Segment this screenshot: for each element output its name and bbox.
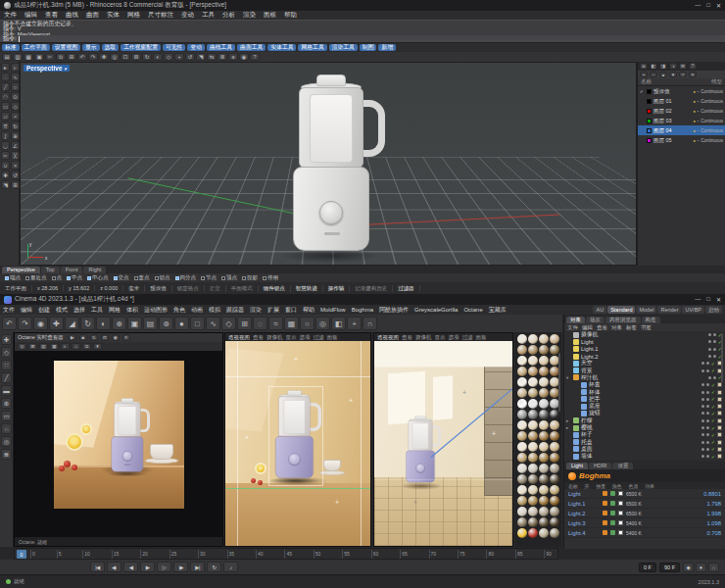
save-icon[interactable]: ▦: [24, 53, 33, 61]
object-manager-scrollbar[interactable]: [721, 333, 723, 382]
material-swatch[interactable]: [539, 410, 549, 419]
toolbar-tab[interactable]: 变动: [187, 44, 205, 51]
render-visibility-dot[interactable]: [713, 355, 716, 358]
viewport-menu-item[interactable]: 面板: [327, 334, 338, 341]
display-mode-icon[interactable]: ◧: [331, 317, 346, 330]
viewport-label[interactable]: 透视视图: [228, 334, 250, 341]
last-tools-icon[interactable]: ◐: [96, 317, 111, 330]
layer-row[interactable]: 图层 02●▪Continuous: [638, 106, 725, 116]
scale-icon[interactable]: ◢: [65, 317, 79, 330]
rotate-tool-icon[interactable]: ↺: [11, 171, 20, 179]
axis-mode-icon[interactable]: ⊕: [1, 398, 12, 409]
layer-row[interactable]: 图层 01●▪Continuous: [638, 96, 725, 106]
region-render-icon[interactable]: ⊡: [101, 334, 109, 341]
material-swatch[interactable]: [539, 356, 549, 366]
subdivision-surface-icon[interactable]: ◇: [221, 317, 236, 330]
print-icon[interactable]: ▣: [34, 53, 44, 61]
rhino-menu-item[interactable]: 分析: [218, 11, 239, 20]
aov-icon[interactable]: ▦: [50, 343, 59, 350]
playhead[interactable]: 0: [17, 550, 26, 559]
editor-visibility-dot[interactable]: [701, 369, 704, 372]
layer-color-chip[interactable]: [647, 128, 652, 133]
status-toggle[interactable]: 锁定格点: [172, 285, 205, 292]
material-swatch[interactable]: [550, 453, 559, 463]
object-row[interactable]: Light✓: [564, 338, 725, 345]
timeline-tick[interactable]: 75: [458, 550, 465, 559]
light-row[interactable]: Light.26500 K1.998: [564, 509, 725, 518]
timeline-tick[interactable]: 60: [371, 550, 379, 559]
render-settings-icon[interactable]: ⊛: [159, 317, 173, 330]
shaded-display-icon[interactable]: ◐: [153, 53, 163, 61]
layer-visibility-icon[interactable]: ●: [693, 128, 695, 133]
enabled-check-icon[interactable]: ✓: [711, 439, 715, 445]
curve-tool-icon[interactable]: ∿: [11, 73, 20, 81]
light-enabled-toggle[interactable]: [603, 511, 607, 515]
light-solo-toggle[interactable]: [610, 530, 615, 535]
paste-icon[interactable]: ⊞: [67, 53, 76, 61]
select-tool-icon[interactable]: ▸: [1, 63, 10, 72]
next-key-button[interactable]: ·▶: [173, 562, 188, 572]
material-swatch[interactable]: [528, 399, 538, 409]
material-swatch[interactable]: [550, 334, 559, 344]
layer-visibility-icon[interactable]: ●: [693, 99, 695, 104]
material-swatch[interactable]: [550, 496, 559, 506]
material-tag-icon[interactable]: [717, 390, 722, 395]
help-icon[interactable]: ?: [250, 53, 260, 61]
layer-visibility-icon[interactable]: ●: [693, 109, 695, 114]
dynamics-icon[interactable]: ○: [300, 317, 314, 330]
lock-resolution-icon[interactable]: ⊠: [28, 343, 37, 350]
new-file-icon[interactable]: ▤: [2, 53, 12, 61]
layer-lock-icon[interactable]: ▪: [698, 89, 699, 94]
move-layer-down-icon[interactable]: ▼: [669, 72, 677, 77]
material-swatch[interactable]: [528, 367, 538, 376]
material-tag-icon[interactable]: [717, 440, 722, 445]
material-swatch[interactable]: [550, 442, 559, 452]
viewport-menu-item[interactable]: 查看: [402, 334, 412, 341]
om-tab[interactable]: 构造: [642, 317, 660, 323]
surface-tool-icon[interactable]: ▱: [1, 112, 10, 121]
materials-panel-icon[interactable]: ◑: [669, 63, 677, 70]
osnap-toggle[interactable]: 点: [52, 274, 63, 281]
om-menu-item[interactable]: 书签: [641, 324, 652, 331]
c4d-menu-item[interactable]: Octane: [460, 307, 485, 313]
expand-caret-icon[interactable]: ▸: [566, 425, 571, 430]
rhino-menu-item[interactable]: 文件: [0, 11, 21, 20]
editor-visibility-dot[interactable]: [701, 426, 704, 429]
coordinate-system-icon[interactable]: ⊕: [112, 317, 126, 330]
render-visibility-dot[interactable]: [713, 348, 716, 351]
c4d-menu-item[interactable]: 窗口: [282, 306, 300, 315]
timeline-tick[interactable]: 30: [198, 550, 206, 559]
perspective-viewport-2[interactable]: 透视视图 查看摄像机显示选项过滤面板: [373, 332, 513, 547]
live-viewer-canvas[interactable]: [15, 351, 222, 537]
light-row[interactable]: Light.16500 K1.798: [564, 499, 725, 509]
viewport-menu-item[interactable]: 显示: [286, 334, 297, 341]
toolbar-tab[interactable]: 可见性: [163, 44, 185, 51]
light-solo-toggle[interactable]: [610, 520, 615, 525]
material-swatch[interactable]: [517, 485, 527, 495]
edge-mode-icon[interactable]: ╱: [1, 372, 12, 383]
array-tool-icon[interactable]: ⊞: [11, 180, 20, 189]
clay-mode-icon[interactable]: ○: [72, 343, 80, 350]
material-swatch[interactable]: [528, 474, 538, 484]
material-swatch[interactable]: [528, 334, 538, 344]
timeline-tick[interactable]: 70: [429, 550, 437, 559]
rhino-viewport[interactable]: Perspective x y: [20, 62, 637, 266]
light-enabled-toggle[interactable]: [603, 491, 607, 496]
light-color-swatch[interactable]: [618, 520, 623, 525]
toolbar-tab[interactable]: 曲线工具: [207, 44, 235, 51]
render-visibility-dot[interactable]: [713, 340, 716, 343]
move-icon[interactable]: +: [174, 53, 184, 61]
expand-caret-icon[interactable]: ▸: [566, 418, 571, 423]
material-swatch[interactable]: [517, 517, 527, 527]
material-tag-icon[interactable]: [717, 382, 722, 387]
chamfer-tool-icon[interactable]: ∠: [11, 141, 20, 150]
viewport-menu-item[interactable]: 选项: [300, 334, 311, 341]
material-tag-icon[interactable]: [717, 418, 722, 423]
blender-model[interactable]: [287, 74, 375, 257]
editor-visibility-dot[interactable]: [701, 391, 704, 394]
material-swatch[interactable]: [528, 345, 538, 355]
material-swatch[interactable]: [528, 442, 538, 452]
focus-pick-icon[interactable]: ◉: [112, 334, 120, 341]
render-visibility-dot[interactable]: [706, 433, 709, 436]
material-swatch[interactable]: [517, 453, 527, 463]
